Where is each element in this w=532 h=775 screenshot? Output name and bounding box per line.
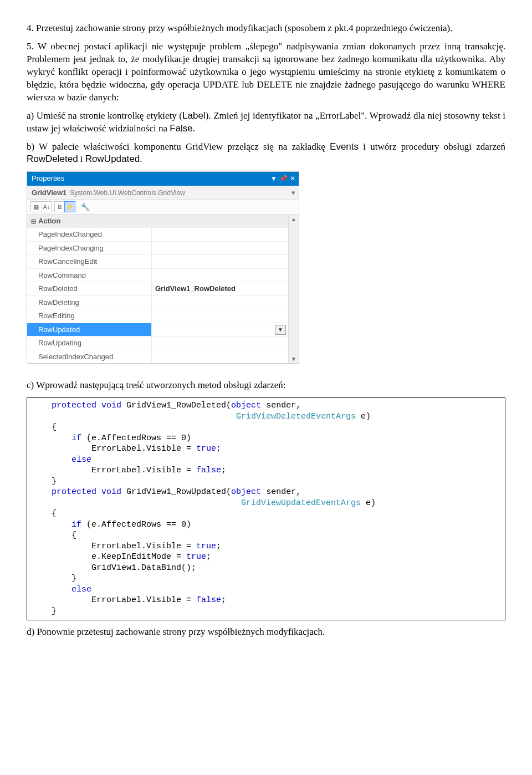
pin-icon[interactable]: 📌	[279, 175, 288, 182]
event-row[interactable]: RowEditing	[27, 309, 288, 323]
paragraph-4: 4. Przetestuj zachowanie strony przy wsp…	[27, 22, 505, 35]
paragraph-5d: d) Ponownie przetestuj zachowanie strony…	[27, 626, 505, 639]
code-line: GridViewDeletedEventArgs e)	[32, 412, 371, 421]
code-line: }	[32, 606, 57, 616]
text: i	[78, 154, 85, 164]
events-button[interactable]: ⚡	[64, 201, 75, 212]
text-rowupdated: RowUpdated	[85, 154, 140, 164]
properties-titlebar: Properties ▼ 📌 ✕	[27, 172, 299, 186]
code-line: GridView1.DataBind();	[32, 563, 196, 573]
code-line: ErrorLabel.Visible = true;	[32, 444, 221, 453]
text: .	[140, 154, 142, 164]
text-events: Events	[330, 141, 359, 152]
text: .	[193, 123, 195, 134]
categorized-button[interactable]: ▦	[31, 202, 41, 212]
wrench-icon[interactable]: 🔧	[80, 201, 91, 212]
event-value[interactable]	[152, 309, 288, 323]
code-line: protected void GridView1_RowUpdated(obje…	[32, 487, 301, 497]
code-line: if (e.AffectedRows == 0)	[32, 520, 191, 529]
chevron-down-icon[interactable]: ▾	[289, 188, 295, 198]
paragraph-5b: b) W palecie właściwości komponentu Grid…	[27, 141, 505, 166]
event-row[interactable]: RowCommand	[27, 268, 288, 282]
paragraph-5: 5. W obecnej postaci aplikacji nie wystę…	[27, 40, 505, 104]
code-line: ErrorLabel.Visible = true;	[32, 542, 221, 551]
event-name: RowUpdating	[27, 336, 152, 350]
event-value[interactable]	[152, 228, 288, 241]
event-value[interactable]	[152, 242, 288, 255]
paragraph-5c: c) Wprowadź następującą treść utworzonyc…	[27, 379, 505, 392]
event-name: RowCommand	[27, 269, 152, 282]
event-name: PageIndexChanged	[27, 228, 152, 241]
event-row[interactable]: PageIndexChanging	[27, 241, 288, 255]
event-row-rowdeleted[interactable]: RowDeleted GridView1_RowDeleted	[27, 282, 288, 295]
dropdown-button[interactable]: ▼	[275, 325, 286, 335]
event-name: RowEditing	[27, 309, 152, 323]
code-line: {	[32, 509, 57, 518]
event-name: RowCancelingEdit	[27, 255, 152, 268]
code-line: {	[32, 531, 76, 540]
text: i utwórz procedury obsługi zdarzeń	[359, 141, 505, 152]
code-line: ErrorLabel.Visible = false;	[32, 466, 226, 475]
event-row[interactable]: PageIndexChanged	[27, 228, 288, 241]
event-value[interactable]	[152, 350, 288, 364]
object-name: GridView1	[32, 188, 66, 198]
event-row[interactable]: RowCancelingEdit	[27, 254, 288, 268]
code-block: protected void GridView1_RowDeleted(obje…	[27, 397, 505, 620]
event-name: RowDeleting	[27, 296, 152, 309]
properties-toolbar: ▦ A↓ 🗎 ⚡ 🔧	[27, 200, 299, 215]
code-line: ErrorLabel.Visible = false;	[32, 595, 226, 605]
event-value[interactable]: GridView1_RowDeleted	[152, 282, 288, 295]
event-value[interactable]	[152, 296, 288, 309]
category-label: Action	[38, 216, 60, 226]
event-value[interactable]	[152, 255, 288, 268]
text-false: False	[170, 123, 193, 134]
properties-button[interactable]: 🗎	[55, 202, 65, 212]
close-icon[interactable]: ✕	[290, 175, 295, 182]
code-line: }	[32, 477, 57, 486]
code-line: if (e.AffectedRows == 0)	[32, 434, 191, 443]
event-row[interactable]: SelectedIndexChanged	[27, 350, 288, 364]
event-row[interactable]: RowDeleting	[27, 295, 288, 309]
scroll-down-icon[interactable]: ▼	[289, 354, 299, 363]
collapse-icon[interactable]: ⊟	[29, 217, 37, 226]
alphabetical-button[interactable]: A↓	[41, 202, 52, 212]
code-line: else	[32, 455, 91, 465]
code-line: GridViewUpdatedEventArgs e)	[32, 498, 376, 508]
event-value[interactable]	[152, 269, 288, 282]
object-type: System.Web.UI.WebControls.GridView	[70, 188, 289, 197]
code-line: }	[32, 574, 76, 583]
category-action[interactable]: ⊟ Action	[27, 215, 288, 228]
dropdown-icon[interactable]: ▼	[270, 175, 277, 182]
event-row[interactable]: RowUpdating	[27, 336, 288, 350]
event-name: RowDeleted	[27, 282, 152, 295]
event-name: RowUpdated	[27, 323, 152, 336]
properties-panel: Properties ▼ 📌 ✕ GridView1 System.Web.UI…	[27, 171, 299, 364]
object-selector[interactable]: GridView1 System.Web.UI.WebControls.Grid…	[27, 186, 299, 200]
code-line: else	[32, 585, 91, 594]
paragraph-5a: a) Umieść na stronie kontrolkę etykiety …	[27, 110, 505, 135]
text-label: Label	[182, 110, 206, 121]
event-name: PageIndexChanging	[27, 242, 152, 255]
scroll-track[interactable]	[289, 223, 299, 354]
text: a) Umieść na stronie kontrolkę etykiety …	[27, 110, 182, 121]
event-value[interactable]	[152, 336, 288, 350]
properties-title: Properties	[32, 174, 270, 183]
code-line: {	[32, 422, 57, 432]
events-grid: PageIndexChanged PageIndexChanging RowCa…	[27, 228, 288, 363]
text: b) W palecie właściwości komponentu Grid…	[27, 141, 330, 152]
text-rowdeleted: RowDeleted	[27, 154, 78, 164]
code-line: e.KeepInEditMode = true;	[32, 552, 211, 562]
scrollbar[interactable]: ▲ ▼	[288, 215, 299, 363]
event-row-rowupdated[interactable]: RowUpdated ▼	[27, 323, 288, 336]
event-value[interactable]: ▼	[152, 323, 288, 336]
event-name: SelectedIndexChanged	[27, 350, 152, 364]
scroll-up-icon[interactable]: ▲	[289, 215, 299, 223]
code-line: protected void GridView1_RowDeleted(obje…	[32, 401, 301, 410]
